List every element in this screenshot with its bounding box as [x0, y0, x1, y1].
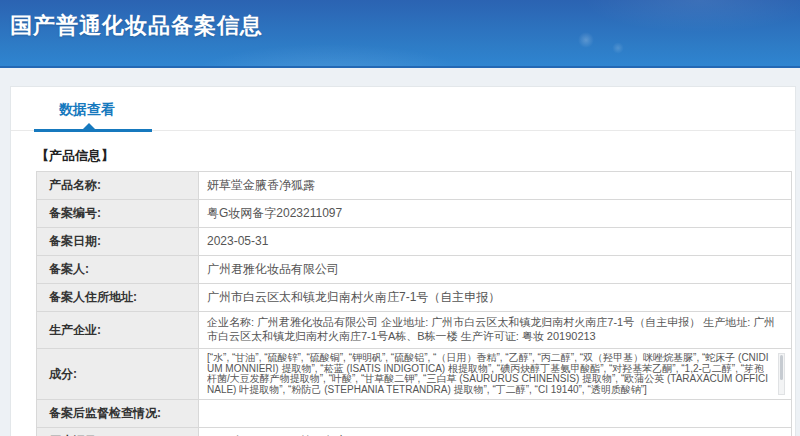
- active-tab-underline: [34, 129, 152, 132]
- row-label-manufacturer: 生产企业:: [37, 312, 199, 349]
- row-label-ingredients: 成分:: [37, 349, 199, 400]
- table-row: 备案后监督检查情况:: [37, 400, 792, 428]
- product-info-section-title: 【产品信息】: [36, 147, 795, 165]
- table-row: 历史记录: 2023年06月05日 首次备案: [37, 428, 792, 436]
- row-label-history: 历史记录:: [37, 428, 199, 436]
- table-row: 生产企业: 企业名称: 广州君雅化妆品有限公司 企业地址: 广州市白云区太和镇龙…: [37, 312, 792, 349]
- table-row: 备案人住所地址: 广州市白云区太和镇龙归南村火南庄7-1号（自主申报）: [37, 284, 792, 312]
- row-value-record-number: 粤G妆网备字2023211097: [199, 200, 792, 228]
- table-row: 备案日期: 2023-05-31: [37, 228, 792, 256]
- row-label-registrant-address: 备案人住所地址:: [37, 284, 199, 312]
- ingredients-scroll-area[interactable]: [“水”, “甘油”, “硫酸锌”, “硫酸铜”, “钾明矾”, “硫酸铝”, …: [207, 353, 785, 395]
- ingredients-text: [“水”, “甘油”, “硫酸锌”, “硫酸铜”, “钾明矾”, “硫酸铝”, …: [207, 353, 773, 395]
- row-label-record-date: 备案日期:: [37, 228, 199, 256]
- row-value-product-name: 妍草堂金腋香净狐露: [199, 172, 792, 200]
- table-row: 产品名称: 妍草堂金腋香净狐露: [37, 172, 792, 200]
- content-panel: 数据查看 【产品信息】 产品名称: 妍草堂金腋香净狐露 备案编号: 粤G妆网备字…: [10, 86, 796, 436]
- row-value-history: 2023年06月05日 首次备案: [199, 428, 792, 436]
- scrollbar-thumb[interactable]: [780, 355, 783, 380]
- table-row: 备案人: 广州君雅化妆品有限公司: [37, 256, 792, 284]
- tab-bar: 数据查看: [11, 87, 795, 131]
- row-label-product-name: 产品名称:: [37, 172, 199, 200]
- row-value-registrant: 广州君雅化妆品有限公司: [199, 256, 792, 284]
- table-row: 成分: [“水”, “甘油”, “硫酸锌”, “硫酸铜”, “钾明矾”, “硫酸…: [37, 349, 792, 400]
- tab-pointer-icon: [83, 123, 95, 129]
- row-value-ingredients: [“水”, “甘油”, “硫酸锌”, “硫酸铜”, “钾明矾”, “硫酸铝”, …: [199, 349, 792, 400]
- product-info-table: 产品名称: 妍草堂金腋香净狐露 备案编号: 粤G妆网备字2023211097 备…: [36, 171, 792, 436]
- row-label-supervision-check: 备案后监督检查情况:: [37, 400, 199, 428]
- tab-data-view[interactable]: 数据查看: [59, 101, 115, 119]
- row-label-record-number: 备案编号:: [37, 200, 199, 228]
- row-value-registrant-address: 广州市白云区太和镇龙归南村火南庄7-1号（自主申报）: [199, 284, 792, 312]
- row-label-registrant: 备案人:: [37, 256, 199, 284]
- page-banner: 国产普通化妆品备案信息: [0, 0, 800, 68]
- row-value-record-date: 2023-05-31: [199, 228, 792, 256]
- ingredients-scrollbar[interactable]: [778, 353, 785, 395]
- row-value-manufacturer: 企业名称: 广州君雅化妆品有限公司 企业地址: 广州市白云区太和镇龙归南村火南庄…: [199, 312, 792, 349]
- page-title: 国产普通化妆品备案信息: [10, 11, 800, 41]
- row-value-supervision-check: [199, 400, 792, 428]
- table-row: 备案编号: 粤G妆网备字2023211097: [37, 200, 792, 228]
